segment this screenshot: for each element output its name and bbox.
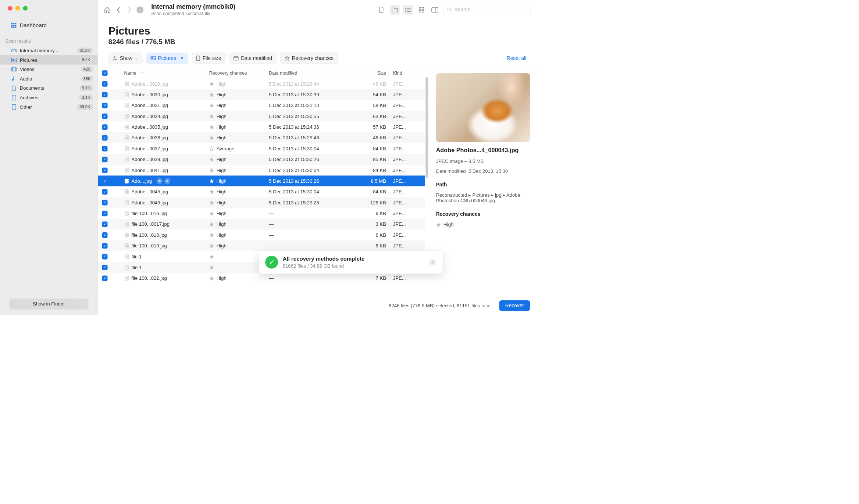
toggle-side-panel-icon[interactable]	[430, 5, 440, 15]
date-value: —	[267, 275, 349, 281]
row-checkbox[interactable]: ✓	[102, 221, 108, 227]
row-checkbox[interactable]: ✓	[102, 157, 108, 162]
table-row[interactable]: ✓file 100...019.jpgHigh—6 KBJPE...	[98, 240, 425, 251]
svg-rect-7	[13, 26, 15, 28]
dashboard-link[interactable]: Dashboard	[0, 11, 98, 33]
clear-filter-icon[interactable]: ✕	[180, 56, 183, 61]
row-checkbox[interactable]: ✓	[102, 167, 108, 173]
page-heading: Pictures 8246 files / 776,5 MB	[98, 19, 537, 46]
date-value: 5 Dec 2013 at 15:31:10	[267, 103, 349, 108]
row-checkbox[interactable]: ✓	[102, 254, 108, 259]
hex-icon[interactable]: #	[164, 178, 170, 184]
footer-summary: 8246 files (776,5 MB) selected, 61151 fi…	[389, 303, 491, 308]
sidebar-item-videos[interactable]: ›Videos429	[0, 65, 98, 74]
row-checkbox[interactable]: ✓	[102, 113, 108, 119]
filter-date-pill[interactable]: Date modified	[229, 53, 277, 64]
minimize-window-button[interactable]	[15, 6, 20, 11]
row-checkbox[interactable]: ✓	[102, 103, 108, 108]
kind-value: JPE...	[388, 200, 416, 205]
row-checkbox[interactable]: ✓	[102, 200, 108, 205]
star-icon	[209, 178, 214, 183]
row-checkbox[interactable]: ✓	[102, 146, 108, 151]
table-row[interactable]: ✓Adobe...0036.jpgHigh5 Dec 2013 at 15:29…	[98, 132, 425, 143]
recover-button[interactable]: Recover	[499, 300, 530, 311]
size-value: 84 KB	[349, 167, 388, 173]
column-name[interactable]: Name⌃	[122, 71, 207, 76]
row-checkbox[interactable]: ✓	[102, 265, 108, 270]
column-size[interactable]: Size	[349, 71, 388, 76]
eye-icon[interactable]: 👁	[156, 178, 162, 184]
row-checkbox[interactable]: ✓	[102, 275, 108, 281]
sidebar-item-other[interactable]: ›Other39,9K	[0, 102, 98, 112]
table-row[interactable]: ✓Adobe...0030.jpgHigh5 Dec 2013 at 15:30…	[98, 89, 425, 100]
show-menu[interactable]: Show ⌄	[108, 53, 143, 64]
row-checkbox[interactable]: ✓	[102, 124, 108, 130]
sidebar-item-audio[interactable]: ›Audio359	[0, 74, 98, 83]
grid-view-icon[interactable]	[417, 5, 427, 15]
table-row[interactable]: ✓file 100...016.jpgHigh—6 KBJPE...	[98, 208, 425, 219]
table-row[interactable]: ✓Adobe...0037.jpgAverage5 Dec 2013 at 15…	[98, 143, 425, 154]
row-checkbox[interactable]: ✓	[102, 178, 108, 184]
sidebar-item-internal-memory-[interactable]: Internal memory...61,2K	[0, 46, 98, 55]
star-icon	[209, 254, 214, 259]
row-checkbox[interactable]: ✓	[102, 211, 108, 216]
star-icon	[209, 232, 214, 237]
search-input[interactable]: Search	[443, 5, 531, 15]
row-checkbox[interactable]: ✓	[102, 92, 108, 97]
recovery-value: High	[217, 81, 227, 86]
home-button[interactable]	[103, 6, 111, 14]
svg-rect-0	[11, 23, 13, 24]
svg-rect-81	[125, 212, 128, 213]
svg-rect-79	[125, 211, 128, 216]
row-checkbox[interactable]: ✓	[102, 189, 108, 194]
toast-close-button[interactable]: ✕	[430, 259, 436, 266]
table-row[interactable]: ✓Adobe...0039.jpgHigh5 Dec 2013 at 15:30…	[98, 154, 425, 165]
filter-filesize-pill[interactable]: File size	[192, 53, 226, 64]
size-value: 3 KB	[349, 221, 388, 227]
size-value: 7 KB	[349, 275, 388, 281]
file-icon	[124, 92, 129, 97]
table-row[interactable]: ✓file 100...022.jpgHigh—7 KBJPE...	[98, 273, 425, 283]
table-row[interactable]: ✓Adobe...0035.jpgHigh5 Dec 2013 at 15:24…	[98, 122, 425, 132]
new-file-icon[interactable]	[377, 5, 387, 15]
column-date[interactable]: Date modified	[267, 71, 349, 76]
table-row[interactable]: ✓file 100...018.jpgHigh—6 KBJPE...	[98, 229, 425, 240]
table-row[interactable]: ✓file 100...0017.jpgHigh—3 KBJPE...	[98, 219, 425, 229]
table-row[interactable]: ✓Adobe...0041.jpgHigh5 Dec 2013 at 15:30…	[98, 165, 425, 175]
filter-recovery-pill[interactable]: Recovery chances	[280, 53, 338, 64]
file-icon	[124, 178, 129, 183]
filter-pictures-pill[interactable]: Pictures ✕	[146, 53, 188, 64]
select-all-checkbox[interactable]: ✓	[102, 70, 108, 76]
table-row[interactable]: ✓Adobe...0029.jpgHigh5 Dec 2013 at 15:29…	[98, 78, 425, 89]
table-row[interactable]: ✓Ado....jpg👁#High5 Dec 2013 at 15:30:268…	[98, 176, 425, 186]
show-in-finder-button[interactable]: Show in Finder	[9, 299, 89, 310]
row-checkbox[interactable]: ✓	[102, 243, 108, 249]
column-kind[interactable]: Kind	[388, 71, 416, 76]
column-recovery[interactable]: Recovery chances	[207, 71, 267, 76]
row-checkbox[interactable]: ✓	[102, 232, 108, 238]
fullscreen-window-button[interactable]	[23, 6, 28, 11]
sidebar-item-archives[interactable]: ›Archives3,1K	[0, 93, 98, 103]
svg-rect-5	[15, 25, 17, 26]
svg-point-21	[406, 10, 406, 10]
sidebar-item-documents[interactable]: ›Documents9,1K	[0, 83, 98, 93]
detail-date-label: Date modified	[436, 168, 466, 174]
table-row[interactable]: ✓Adobe...0034.jpgHigh5 Dec 2013 at 15:30…	[98, 111, 425, 121]
svg-rect-50	[125, 106, 128, 106]
table-row[interactable]: ✓Adobe...0045.jpgHigh5 Dec 2013 at 15:30…	[98, 186, 425, 197]
table-row[interactable]: ✓Adobe...0031.jpgHigh5 Dec 2013 at 15:31…	[98, 100, 425, 111]
recovery-value: High	[217, 275, 227, 281]
back-button[interactable]	[115, 7, 122, 13]
folder-icon[interactable]	[390, 5, 400, 15]
star-icon	[209, 200, 214, 205]
forward-button[interactable]	[126, 7, 133, 13]
file-icon	[124, 114, 129, 119]
close-window-button[interactable]	[8, 6, 13, 11]
list-view-icon[interactable]	[403, 5, 413, 15]
row-checkbox[interactable]: ✓	[102, 81, 108, 86]
reset-all-button[interactable]: Reset all	[507, 55, 526, 61]
sidebar-item-pictures[interactable]: ›Pictures8,2K	[0, 55, 98, 65]
row-checkbox[interactable]: ✓	[102, 135, 108, 140]
table-row[interactable]: ✓Adobe...0049.jpgHigh5 Dec 2013 at 15:29…	[98, 197, 425, 208]
file-name: Adobe...0029.jpg	[132, 81, 168, 86]
